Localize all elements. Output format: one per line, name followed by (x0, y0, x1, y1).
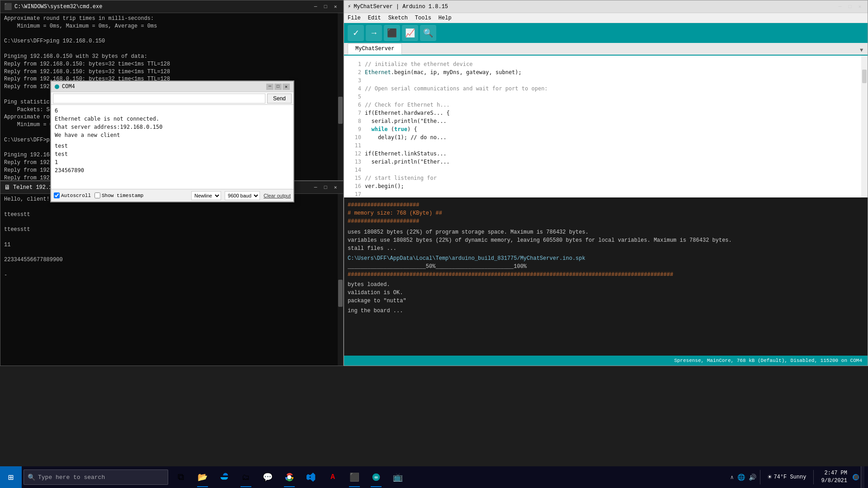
telnet-icon: 🖥 (4, 184, 10, 191)
arduino-maximize-btn[interactable]: □ (846, 4, 854, 10)
code-line: 17 (348, 190, 864, 197)
cmd-scrollbar[interactable] (338, 13, 343, 180)
arduino-editor-scrollbar-thumb[interactable] (862, 70, 867, 83)
debug-btn[interactable]: ⬛ (384, 25, 400, 41)
taskbar-divider (760, 470, 760, 484)
menu-sketch[interactable]: Sketch (388, 15, 408, 21)
output-line: ________________________50%_____________… (348, 263, 864, 271)
serial-input-field[interactable] (53, 94, 265, 103)
cmd-maximize-btn[interactable]: □ (321, 4, 330, 10)
output-line: # memory size: 768 (KByte) ## (348, 209, 864, 217)
taskbar-app-extra[interactable]: 📺 (387, 466, 409, 488)
arduino-tabs: MyChatServer ▾ (344, 43, 868, 56)
cmd-title: C:\WINDOWS\system32\cmd.exe (14, 4, 102, 10)
show-desktop-btn[interactable] (861, 466, 864, 488)
serial-plotter-btn[interactable]: 📈 (402, 25, 418, 41)
arduino-titlebar: ⚡ MyChatServer | Arduino 1.8.15 ─ □ ✕ (344, 0, 868, 13)
output-line: ###################### (348, 201, 864, 209)
search-icon: 🔍 (28, 474, 35, 481)
telnet-window[interactable]: 🖥 Telnet 192.168.0.150 ─ □ ✕ Hello, clie… (0, 181, 344, 366)
taskbar-app-taskview[interactable]: ⧉ (170, 466, 192, 488)
taskbar-app-cmd[interactable]: ⬛ (344, 466, 365, 488)
volume-icon[interactable]: 🔊 (749, 474, 756, 481)
serial-monitor-btn[interactable]: 🔍 (420, 25, 436, 41)
systray-expand-btn[interactable]: ∧ (731, 474, 734, 481)
code-line: 13 serial.println("Ether... (348, 158, 864, 166)
code-line: 12if(Ethernet.linkStatus... (348, 150, 864, 158)
output-line: validation is OK. (348, 289, 864, 297)
serial-monitor[interactable]: COM4 ─ □ ✕ Send 6 Ethernet cable is not … (50, 80, 294, 202)
taskbar-app-folder[interactable]: 🗂 (235, 466, 257, 488)
taskbar-app-arduino[interactable]: ∞ (365, 466, 387, 488)
baud-select[interactable]: 9600 baud (225, 191, 260, 200)
cmd-close-btn[interactable]: ✕ (331, 4, 340, 10)
arduino-close-btn[interactable]: ✕ (856, 4, 864, 10)
show-timestamp-checkbox[interactable] (94, 192, 100, 198)
cmd-titlebar: ⬛ C:\WINDOWS\system32\cmd.exe ─ □ ✕ (0, 0, 343, 13)
output-line: package to "nutta" (348, 297, 864, 305)
clear-output-button[interactable]: Clear output (264, 193, 291, 198)
taskbar-app-chrome[interactable] (278, 466, 300, 488)
telnet-scrollbar[interactable] (338, 194, 343, 366)
show-timestamp-checkbox-label[interactable]: Show timestamp (94, 192, 143, 198)
taskbar-search-bar[interactable]: 🔍 Type here to search (24, 469, 168, 485)
cmd-minimize-btn[interactable]: ─ (311, 4, 320, 10)
output-line: bytes loaded. (348, 281, 864, 289)
arduino-title: MyChatServer | Arduino 1.8.15 (354, 4, 448, 10)
taskbar-app-file-explorer[interactable]: 📂 (192, 466, 213, 488)
code-line: 4// Open serial communications and wait … (348, 84, 864, 93)
serial-send-button[interactable]: Send (267, 94, 292, 103)
telnet-close-btn[interactable]: ✕ (331, 184, 340, 191)
code-line: 6// Check for Ethernet h... (348, 101, 864, 109)
taskbar-divider-2 (813, 470, 814, 484)
cmd-icon: ⬛ (4, 3, 12, 10)
newline-select[interactable]: Newline (191, 191, 221, 200)
cmd-scrollbar-thumb[interactable] (338, 97, 343, 124)
arduino-toolbar: ✓ → ⬛ 📈 🔍 (344, 23, 868, 43)
output-line: ing the board ... (348, 307, 864, 315)
taskbar-app-chat[interactable]: 💬 (257, 466, 278, 488)
autoscroll-checkbox-label[interactable]: Autoscroll (54, 192, 91, 198)
arduino-window[interactable]: ⚡ MyChatServer | Arduino 1.8.15 ─ □ ✕ Fi… (344, 0, 868, 366)
serial-output-text: We have a new client (55, 131, 290, 139)
notification-badge[interactable]: ⬛ (853, 474, 859, 480)
upload-btn[interactable]: → (366, 25, 382, 41)
serial-footer: Autoscroll Show timestamp Newline 9600 b… (51, 189, 293, 202)
arduino-editor-scrollbar[interactable] (861, 56, 868, 197)
tab-mychatserver[interactable]: MyChatServer (348, 43, 402, 55)
telnet-scrollbar-thumb[interactable] (338, 280, 343, 307)
menu-file[interactable]: File (348, 15, 361, 21)
svg-text:∞: ∞ (375, 474, 378, 481)
arduino-statusbar: Spresense, MainCore, 768 kB (Default), D… (344, 356, 868, 366)
autoscroll-checkbox[interactable] (54, 192, 60, 198)
serial-output-text: test (55, 150, 290, 158)
code-line: 9 while (true) { (348, 125, 864, 133)
serial-output-text: 6 (55, 107, 290, 115)
start-button[interactable]: ⊞ (0, 466, 22, 488)
taskbar-app-edge[interactable] (213, 466, 235, 488)
telnet-maximize-btn[interactable]: □ (321, 184, 330, 191)
taskbar-app-vscode[interactable] (300, 466, 322, 488)
serial-maximize-btn[interactable]: □ (274, 84, 282, 90)
verify-btn[interactable]: ✓ (348, 25, 364, 41)
autoscroll-label: Autoscroll (61, 193, 91, 198)
menu-tools[interactable]: Tools (415, 15, 431, 21)
serial-close-btn[interactable]: ✕ (283, 84, 290, 90)
menu-help[interactable]: Help (439, 15, 452, 21)
arduino-editor[interactable]: 1// initialize the ethernet device 2Ethe… (344, 56, 868, 197)
menu-edit[interactable]: Edit (368, 15, 381, 21)
taskbar-apps: ⧉ 📂 🗂 💬 A ⬛ ∞ 📺 (170, 466, 409, 488)
tab-add-btn[interactable]: ▾ (859, 45, 864, 55)
serial-output: 6 Ethernet cable is not connected. Chat … (51, 105, 293, 189)
telnet-output: Hello, client! tteesstt tteesstt 11 2233… (0, 194, 343, 366)
serial-minimize-btn[interactable]: ─ (266, 84, 274, 90)
serial-output-text: 234567890 (55, 166, 290, 174)
code-line: 15// start listening for (348, 174, 864, 182)
output-line: uses 180852 bytes (22%) of program stora… (348, 228, 864, 236)
taskbar-weather[interactable]: ☀️ 74°F Sunny (764, 473, 810, 482)
taskbar-clock[interactable]: 2:47 PM 9/8/2021 (817, 469, 851, 485)
output-line: stall files ... (348, 244, 864, 253)
telnet-minimize-btn[interactable]: ─ (311, 184, 320, 191)
arduino-minimize-btn[interactable]: ─ (836, 4, 844, 10)
taskbar-app-acrobat[interactable]: A (322, 466, 344, 488)
